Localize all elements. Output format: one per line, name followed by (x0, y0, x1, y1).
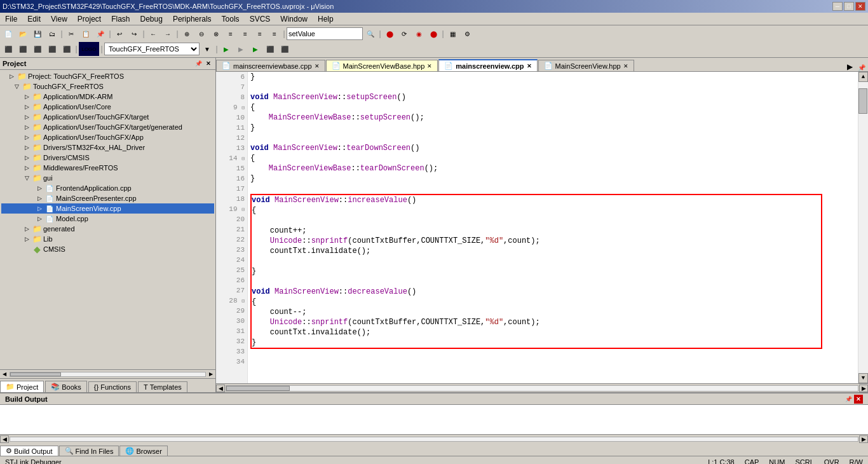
menu-project[interactable]: Project (72, 13, 106, 25)
tb-btn-6[interactable]: ≡ (253, 27, 267, 41)
tb2-btn-4[interactable]: ⬛ (45, 42, 59, 56)
dropdown-arrow[interactable]: ▼ (200, 42, 214, 56)
menu-svcs[interactable]: SVCS (245, 13, 276, 25)
tree-item-middlewares[interactable]: ▷ 📁 Middlewares/FreeRTOS (1, 163, 214, 173)
editor-tabs-scroll-right[interactable]: ▶ (844, 62, 855, 71)
tree-item-model[interactable]: ▷ 📄 Model.cpp (1, 214, 214, 224)
tb-btn-2[interactable]: ⊖ (194, 27, 208, 41)
cmsis2-expander[interactable] (22, 246, 32, 252)
sidebar-hscroll-left[interactable]: ◀ (0, 371, 9, 378)
sidebar-hscroll-track[interactable] (10, 372, 206, 377)
tb2-btn-3[interactable]: ⬛ (31, 42, 44, 56)
tree-item-cmsis-drv[interactable]: ▷ 📁 Drivers/CMSIS (1, 153, 214, 163)
mdk-expander[interactable]: ▷ (22, 93, 32, 100)
menu-view[interactable]: View (46, 13, 72, 25)
tb-run-2[interactable]: ⟳ (397, 27, 411, 41)
gen-expander[interactable]: ▷ (22, 124, 32, 130)
sidebar-tab-templates[interactable]: T Templates (138, 381, 187, 392)
mainview-expander[interactable]: ▷ (34, 205, 44, 212)
gui-expander[interactable]: ▽ (22, 175, 32, 181)
tab-mainscreenview-cpp[interactable]: 📄 mainscreenview.cpp ✕ (438, 59, 537, 71)
core-expander[interactable]: ▷ (22, 104, 32, 110)
editor-vscrollbar[interactable]: ▲ ▼ (858, 72, 868, 383)
tree-item-gui[interactable]: ▽ 📁 gui (1, 173, 214, 183)
open-button[interactable]: 📂 (16, 27, 30, 41)
tab-close-3[interactable]: ✕ (527, 63, 532, 69)
tgt-expander[interactable]: ▷ (22, 114, 32, 120)
tree-item-generated[interactable]: ▷ 📁 generated (1, 224, 214, 234)
sidebar-pin-button[interactable]: 📌 (194, 59, 203, 68)
bottom-close-button[interactable]: ✕ (854, 395, 863, 404)
tb-btn-3[interactable]: ⊗ (209, 27, 223, 41)
editor-tabs-pin[interactable]: 📌 (855, 64, 868, 71)
sidebar-hscroll-right[interactable]: ▶ (207, 371, 215, 378)
menu-debug[interactable]: Debug (135, 13, 168, 25)
function-search-input[interactable] (287, 27, 363, 40)
bottom-tab-findindfiles[interactable]: 🔍 Find In Files (59, 446, 119, 456)
bottom-hscroll-track[interactable] (10, 437, 858, 442)
hscroll-track[interactable] (226, 385, 858, 392)
bottom-pin-button[interactable]: 📌 (844, 395, 853, 404)
project-expander[interactable]: ▷ (6, 73, 17, 79)
tree-item-touchgfx-gen[interactable]: ▷ 📁 Application/User/TouchGFX/target/gen… (1, 122, 214, 132)
tree-item-mdk[interactable]: ▷ 📁 Application/MDK-ARM (1, 92, 214, 102)
tb2-action-1[interactable]: ▶ (219, 42, 233, 56)
tree-item-root[interactable]: ▽ 📁 TouchGFX_FreeRTOS (1, 81, 214, 92)
lib-expander[interactable]: ▷ (22, 236, 32, 242)
vscroll-up[interactable]: ▲ (858, 72, 868, 82)
vscroll-down[interactable]: ▼ (858, 373, 868, 383)
tb2-action-3[interactable]: ▶ (248, 42, 262, 56)
tb-run-3[interactable]: ◉ (412, 27, 426, 41)
stm32-expander[interactable]: ▷ (22, 144, 32, 151)
bottom-tab-browser[interactable]: 🌐 Browser (119, 446, 167, 456)
generated-expander[interactable]: ▷ (22, 226, 32, 232)
tb-btn-4[interactable]: ≡ (224, 27, 238, 41)
sidebar-close-button[interactable]: ✕ (204, 59, 213, 68)
menu-tools[interactable]: Tools (217, 13, 245, 25)
save-button[interactable]: 💾 (31, 27, 44, 41)
redo-button[interactable]: ↪ (127, 27, 141, 41)
tree-item-cmsis2[interactable]: ◆ CMSIS (1, 244, 214, 254)
tb-btn-5[interactable]: ≡ (238, 27, 252, 41)
cut-button[interactable]: ✂ (64, 27, 78, 41)
cmsis-drv-expander[interactable]: ▷ (22, 154, 32, 161)
tb-run-1[interactable]: ⬤ (383, 27, 397, 41)
tb-btn-7[interactable]: ≡ (268, 27, 281, 41)
tab-mainscreenviewbase-hpp[interactable]: 📄 MainScreenViewBase.hpp ✕ (326, 60, 438, 71)
tb-run-4[interactable]: ⬤ (426, 27, 440, 41)
tb2-action-2[interactable]: ▶ (234, 42, 248, 56)
tree-item-project-root[interactable]: ▷ 📁 Project: TouchGFX_FreeRTOS (1, 71, 214, 81)
sidebar-tab-functions[interactable]: {} Functions (88, 381, 137, 392)
vscroll-thumb[interactable] (858, 88, 867, 114)
nav-back-button[interactable]: ← (146, 27, 160, 41)
app-expander[interactable]: ▷ (22, 134, 32, 140)
menu-help[interactable]: Help (313, 13, 339, 25)
tab-close-4[interactable]: ✕ (623, 63, 628, 69)
tb2-action-5[interactable]: ⬛ (278, 42, 292, 56)
tree-item-frontend[interactable]: ▷ 📄 FrontendApplication.cpp (1, 183, 214, 193)
tree-item-mainview[interactable]: ▷ 📄 MainScreenView.cpp (1, 203, 214, 214)
menu-file[interactable]: File (0, 13, 22, 25)
tb-btn-1[interactable]: ⊕ (180, 27, 194, 41)
search-button[interactable]: 🔍 (363, 27, 377, 41)
mw-expander[interactable]: ▷ (22, 165, 32, 171)
root-expander[interactable]: ▽ (11, 83, 22, 90)
tb-settings[interactable]: ⚙ (460, 27, 474, 41)
logo-btn[interactable]: LOGO (79, 42, 99, 56)
tree-item-lib[interactable]: ▷ 📁 Lib (1, 234, 214, 244)
save-all-button[interactable]: 🗂 (45, 27, 59, 41)
maximize-button[interactable]: □ (844, 2, 854, 11)
hscroll-right[interactable]: ▶ (859, 385, 868, 392)
nav-fwd-button[interactable]: → (161, 27, 175, 41)
bottom-hscroll-right[interactable]: ▶ (859, 435, 868, 443)
target-dropdown[interactable]: TouchGFX_FreeRTOS (104, 43, 200, 55)
tab-close-1[interactable]: ✕ (315, 63, 320, 69)
tb-layout[interactable]: ▦ (445, 27, 459, 41)
tb2-btn-1[interactable]: ⬛ (1, 42, 15, 56)
sidebar-tab-project[interactable]: 📁 Project (0, 381, 44, 392)
tb2-action-4[interactable]: ⬛ (263, 42, 277, 56)
menu-edit[interactable]: Edit (22, 13, 46, 25)
hscroll-left[interactable]: ◀ (216, 385, 225, 392)
tree-item-touchgfx-app[interactable]: ▷ 📁 Application/User/TouchGFX/App (1, 132, 214, 142)
sidebar-tab-books[interactable]: 📚 Books (45, 381, 87, 392)
